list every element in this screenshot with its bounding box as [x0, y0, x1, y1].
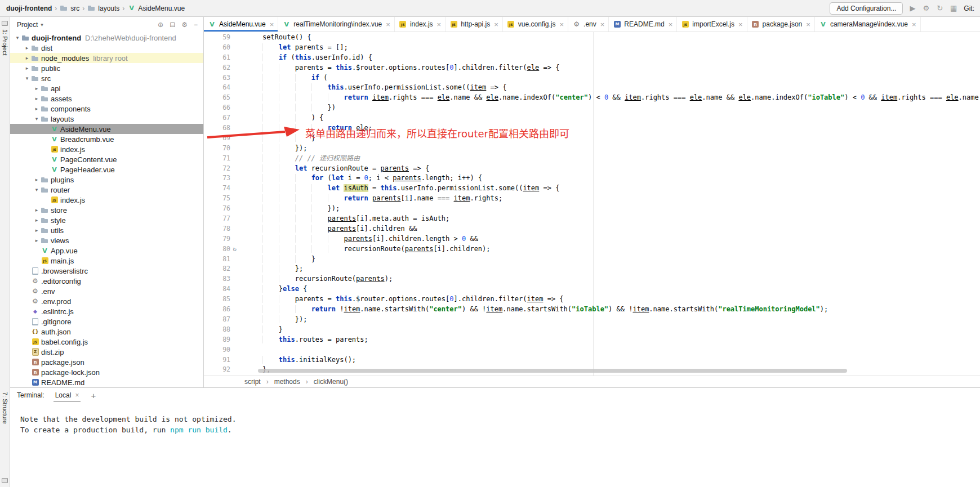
editor-tab-vue.config.js[interactable]: vue.config.js× [503, 17, 568, 32]
tree-item-style[interactable]: ▸style [10, 215, 203, 225]
code-line-61[interactable]: 61 if (this.userInfo.id) { [204, 53, 980, 63]
chevron-right-icon[interactable]: ▸ [23, 45, 31, 51]
tree-item-dist.zip[interactable]: dist.zip [10, 347, 203, 357]
grid-icon[interactable]: ▦ [950, 4, 957, 12]
chevron-right-icon[interactable]: ▸ [23, 55, 31, 61]
editor-tab-http-api.js[interactable]: http-api.js× [446, 17, 503, 32]
tree-item-components[interactable]: ▸components [10, 104, 203, 114]
close-icon[interactable]: × [600, 21, 605, 28]
code-line-88[interactable]: 88 } [204, 325, 980, 335]
tree-item-views[interactable]: ▸views [10, 235, 203, 245]
code-line-79[interactable]: 79 parents[i].children.length > 0 && [204, 234, 980, 244]
tree-item-index.js[interactable]: index.js [10, 144, 203, 154]
code-line-89[interactable]: 89 this.routes = parents; [204, 335, 980, 345]
tree-item-api[interactable]: ▸api [10, 83, 203, 93]
tree-item-pagecontent.vue[interactable]: PageContent.vue [10, 154, 203, 164]
chevron-down-icon[interactable]: ▾ [33, 116, 41, 122]
editor-tab-cameramanage-index.vue[interactable]: cameraManage\index.vue× [815, 17, 921, 32]
editor-breadcrumb-item[interactable]: methods [273, 378, 301, 386]
chevron-down-icon[interactable]: ▾ [14, 35, 21, 41]
code-line-60[interactable]: 60 let parents = []; [204, 43, 980, 53]
close-icon[interactable]: × [559, 21, 564, 28]
chevron-right-icon[interactable]: ▸ [23, 65, 31, 71]
project-stripe-button[interactable]: 1: Project [2, 29, 8, 55]
tree-item-public[interactable]: ▸public [10, 63, 203, 73]
code-line-81[interactable]: 81 } [204, 254, 980, 265]
chevron-down-icon[interactable]: ▾ [33, 187, 41, 193]
close-icon[interactable]: × [75, 391, 79, 399]
chevron-down-icon[interactable]: ▾ [41, 22, 43, 28]
tree-item-app.vue[interactable]: App.vue [10, 245, 203, 256]
chevron-right-icon[interactable]: ▸ [33, 177, 41, 182]
editor-breadcrumb-item[interactable]: script [243, 378, 262, 386]
tree-item-breadcrumb.vue[interactable]: Breadcrumb.vue [10, 134, 203, 144]
chevron-right-icon[interactable]: ▸ [33, 96, 41, 101]
project-panel-title[interactable]: Project [17, 21, 38, 29]
code-line-62[interactable]: 62 parents = this.$router.options.routes… [204, 63, 980, 73]
tree-item-assets[interactable]: ▸assets [10, 93, 203, 104]
tree-item-.editorconfig[interactable]: .editorconfig [10, 276, 203, 286]
tree-item-utils[interactable]: ▸utils [10, 225, 203, 235]
code-line-75[interactable]: 75 return parents[i].name === item.right… [204, 194, 980, 204]
chevron-right-icon[interactable]: ▸ [33, 106, 41, 111]
code-line-65[interactable]: 65 return item.rights === ele.name && el… [204, 93, 980, 103]
close-icon[interactable]: × [669, 21, 673, 28]
code-line-72[interactable]: 72 let recursionRoute = parents => { [204, 164, 980, 174]
terminal-tab-local[interactable]: Local × [54, 388, 81, 402]
editor-tab-index.js[interactable]: index.js× [395, 17, 446, 32]
code-line-86[interactable]: 86 return !item.name.startsWith("center"… [204, 305, 980, 315]
editor-tab-asidemenu.vue[interactable]: AsideMenu.vue× [204, 17, 278, 32]
new-terminal-button[interactable]: + [91, 391, 96, 400]
chevron-right-icon[interactable]: ▸ [33, 86, 41, 91]
tree-item-.gitignore[interactable]: .gitignore [10, 316, 203, 327]
close-icon[interactable]: × [437, 21, 442, 28]
code-editor[interactable]: 59 setRoute() {60 let parents = [];61 if… [204, 32, 980, 376]
editor-tab-readme.md[interactable]: README.md× [609, 17, 677, 32]
tree-item-readme.md[interactable]: README.md [10, 377, 203, 387]
tree-item-main.js[interactable]: main.js [10, 256, 203, 266]
add-configuration-button[interactable]: Add Configuration... [830, 2, 903, 15]
tree-item-dist[interactable]: ▸dist [10, 43, 203, 53]
code-line-69[interactable]: 69 } [204, 133, 980, 144]
tree-item-router[interactable]: ▾router [10, 185, 203, 195]
code-line-83[interactable]: 83 recursionRoute(parents); [204, 274, 980, 284]
breadcrumb-item-src[interactable]: src [58, 4, 81, 12]
tree-item-.browserslistrc[interactable]: .browserslistrc [10, 266, 203, 276]
chevron-right-icon[interactable]: ▸ [33, 207, 41, 213]
close-icon[interactable]: × [270, 21, 274, 28]
editor-tab-importexcel.js[interactable]: importExcel.js× [677, 17, 747, 32]
editor-tab-.env[interactable]: .env× [568, 17, 609, 32]
breadcrumb-item-duoji-frontend[interactable]: duoji-frontend [5, 5, 54, 12]
locate-icon[interactable]: ⊕ [158, 21, 163, 29]
tree-item-babel.config.js[interactable]: babel.config.js [10, 337, 203, 347]
code-line-87[interactable]: 87 }); [204, 315, 980, 325]
close-icon[interactable]: × [912, 21, 916, 28]
code-line-76[interactable]: 76 }); [204, 204, 980, 214]
hide-icon[interactable]: − [194, 21, 198, 29]
tree-item-plugins[interactable]: ▸plugins [10, 175, 203, 185]
code-line-67[interactable]: 67 ) { [204, 113, 980, 123]
chevron-right-icon[interactable]: ▸ [33, 217, 41, 223]
chevron-down-icon[interactable]: ▾ [23, 75, 31, 81]
code-line-77[interactable]: 77 parents[i].meta.auth = isAuth; [204, 214, 980, 224]
code-line-90[interactable]: 90 [204, 345, 980, 355]
chevron-right-icon[interactable]: ▸ [33, 238, 41, 243]
code-line-68[interactable]: 68 return ele; [204, 123, 980, 133]
settings-icon[interactable]: ⚙ [181, 21, 188, 29]
tree-item-package.json[interactable]: package.json [10, 357, 203, 367]
code-line-71[interactable]: 71 // // 递归权限路由 [204, 154, 980, 164]
tree-item-index.js[interactable]: index.js [10, 195, 203, 205]
code-line-64[interactable]: 64 this.userInfo.permissionList.some((it… [204, 83, 980, 93]
structure-stripe-button[interactable]: 7: Structure [2, 392, 8, 424]
run-icon[interactable]: ▶ [910, 4, 915, 12]
code-line-63[interactable]: 63 if ( [204, 73, 980, 83]
breadcrumb-item-layouts[interactable]: layouts [86, 4, 121, 12]
tree-item-asidemenu.vue[interactable]: AsideMenu.vue [10, 124, 203, 134]
breadcrumb-item-asidemenu.vue[interactable]: AsideMenu.vue [126, 4, 186, 12]
horizontal-scrollbar[interactable] [258, 369, 847, 373]
refresh-icon[interactable]: ↻ [937, 4, 943, 12]
code-line-73[interactable]: 73 for (let i = 0; i < parents.length; i… [204, 173, 980, 184]
tree-item-.env.prod[interactable]: .env.prod [10, 296, 203, 306]
editor-tab-package.json[interactable]: package.json× [747, 17, 815, 32]
terminal-output[interactable]: Note that the development build is not o… [10, 403, 980, 487]
